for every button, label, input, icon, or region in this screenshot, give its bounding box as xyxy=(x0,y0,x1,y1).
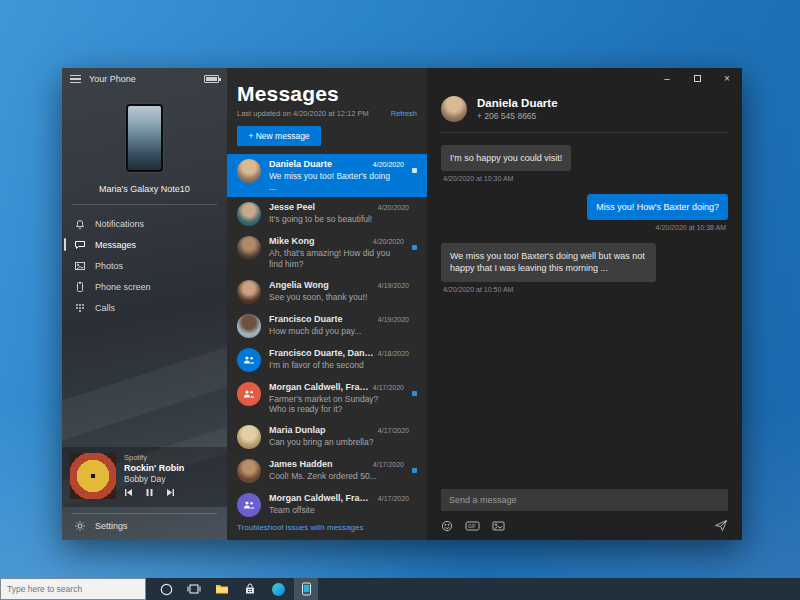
sidebar-item-label: Messages xyxy=(95,240,136,250)
conversation-name: Morgan Caldwell, Francisco ... xyxy=(269,493,374,503)
avatar xyxy=(237,159,261,183)
unread-indicator xyxy=(412,468,417,473)
previous-track-button[interactable] xyxy=(124,488,133,497)
conversation-item[interactable]: Morgan Caldwell, Francisco ... 4/17/2020… xyxy=(227,377,427,420)
people-icon xyxy=(243,500,255,510)
people-icon xyxy=(243,389,255,399)
troubleshoot-link[interactable]: Troubleshoot issues with messages xyxy=(227,519,427,540)
message-timestamp: 4/20/2020 at 10:50 AM xyxy=(443,286,513,293)
photo-icon xyxy=(74,260,86,272)
file-explorer-button[interactable] xyxy=(210,578,234,600)
conversation-name: Angelia Wong xyxy=(269,280,374,290)
conversation-preview: Ah, that's amazing! How did you find him… xyxy=(269,248,404,269)
unread-indicator xyxy=(412,391,417,396)
send-button[interactable] xyxy=(714,519,728,532)
unread-indicator xyxy=(412,245,417,250)
your-phone-window: Your Phone Maria's Galaxy Note10 Notific… xyxy=(62,68,742,540)
sidebar-item-label: Calls xyxy=(95,303,115,313)
sidebar-item-photos[interactable]: Photos xyxy=(62,255,227,276)
message-list: I'm so happy you could visit! 4/20/2020 … xyxy=(427,133,742,489)
gif-button[interactable]: GIF xyxy=(465,520,480,532)
conversation-name: James Hadden xyxy=(269,459,369,469)
edge-button[interactable] xyxy=(266,578,290,600)
microsoft-store-button[interactable] xyxy=(238,578,262,600)
conversation-item[interactable]: Daniela Duarte 4/20/2020 We miss you too… xyxy=(227,154,427,197)
avatar xyxy=(237,459,261,483)
player-artist: Bobby Day xyxy=(124,474,184,484)
contact-name: Daniela Duarte xyxy=(477,97,558,109)
image-attach-button[interactable] xyxy=(492,520,505,532)
window-titlebar-left: Your Phone xyxy=(62,68,227,90)
received-message: We miss you too! Baxter's doing well but… xyxy=(441,243,656,281)
sidebar-item-label: Phone screen xyxy=(95,282,151,292)
cortana-icon xyxy=(160,583,173,596)
conversation-name: Daniela Duarte xyxy=(269,159,369,169)
conversation-item[interactable]: Francisco Duarte 4/19/2020 How much did … xyxy=(227,309,427,343)
svg-text:GIF: GIF xyxy=(468,524,476,529)
sidebar-item-label: Notifications xyxy=(95,219,144,229)
conversation-list: Daniela Duarte 4/20/2020 We miss you too… xyxy=(227,154,427,519)
minimize-button[interactable]: – xyxy=(652,68,682,88)
conversation-item[interactable]: James Hadden 4/17/2020 Cool! Ms. Zenk or… xyxy=(227,454,427,488)
task-view-button[interactable] xyxy=(182,578,206,600)
pause-button[interactable] xyxy=(145,488,154,497)
conversation-date: 4/19/2020 xyxy=(378,316,409,323)
conversation-preview: How much did you pay... xyxy=(269,326,409,337)
sidebar-item-phone-screen[interactable]: Phone screen xyxy=(62,276,227,297)
conversation-name: Francisco Duarte xyxy=(269,314,374,324)
sidebar-item-calls[interactable]: Calls xyxy=(62,297,227,318)
window-controls: – × xyxy=(652,68,742,88)
phone-preview-wrap xyxy=(62,90,227,180)
sidebar-item-messages[interactable]: Messages xyxy=(62,234,227,255)
settings-label: Settings xyxy=(95,521,128,531)
conversation-preview: Farmer's market on Sunday? Who is ready … xyxy=(269,394,404,415)
new-message-button[interactable]: + New message xyxy=(237,126,321,146)
message-timestamp: 4/20/2020 at 10:30 AM xyxy=(443,175,513,182)
maximize-icon xyxy=(694,75,701,82)
device-name: Maria's Galaxy Note10 xyxy=(62,180,227,204)
conversations-panel: Messages Last updated on 4/20/2020 at 12… xyxy=(227,68,427,540)
your-phone-taskbar-button[interactable] xyxy=(294,578,318,600)
next-track-button[interactable] xyxy=(166,488,175,497)
conversation-preview: Can you bring an umbrella? xyxy=(269,437,409,448)
search-input[interactable] xyxy=(1,584,145,594)
conversation-preview: It's going to be so beautiful! xyxy=(269,214,409,225)
conversation-date: 4/20/2020 xyxy=(373,238,404,245)
conversation-item[interactable]: Mike Kong 4/20/2020 Ah, that's amazing! … xyxy=(227,231,427,274)
avatar xyxy=(237,425,261,449)
app-title: Your Phone xyxy=(89,74,196,84)
cortana-button[interactable] xyxy=(154,578,178,600)
desktop: Your Phone Maria's Galaxy Note10 Notific… xyxy=(0,0,800,600)
conversation-preview: Cool! Ms. Zenk ordered 50... xyxy=(269,471,404,482)
dialpad-icon xyxy=(74,302,86,314)
sidebar: Your Phone Maria's Galaxy Note10 Notific… xyxy=(62,68,227,540)
close-button[interactable]: × xyxy=(712,68,742,88)
conversation-item[interactable]: Francisco Duarte, Daniela ... 4/18/2020 … xyxy=(227,343,427,377)
avatar xyxy=(237,236,261,260)
album-art xyxy=(70,453,116,499)
conversation-item[interactable]: Maria Dunlap 4/17/2020 Can you bring an … xyxy=(227,420,427,454)
group-avatar xyxy=(237,348,261,372)
sidebar-item-notifications[interactable]: Notifications xyxy=(62,213,227,234)
conversation-preview: We miss you too! Baxter's doing ... xyxy=(269,171,404,192)
sidebar-nav: Notifications Messages Photos Phone scre… xyxy=(62,205,227,318)
hamburger-menu-icon[interactable] xyxy=(70,75,81,84)
maximize-button[interactable] xyxy=(682,68,712,88)
conversation-item[interactable]: Jesse Peel 4/20/2020 It's going to be so… xyxy=(227,197,427,231)
conversation-date: 4/17/2020 xyxy=(378,495,409,502)
conversation-item[interactable]: Morgan Caldwell, Francisco ... 4/17/2020… xyxy=(227,488,427,519)
conversation-preview: I'm in favor of the second xyxy=(269,360,409,371)
message-input[interactable] xyxy=(441,489,728,511)
emoji-button[interactable] xyxy=(441,520,453,532)
conversation-name: Jesse Peel xyxy=(269,202,374,212)
task-view-icon xyxy=(187,583,201,595)
conversation-item[interactable]: Angelia Wong 4/19/2020 See you soon, tha… xyxy=(227,275,427,309)
conversation-date: 4/20/2020 xyxy=(378,204,409,211)
refresh-link[interactable]: Refresh xyxy=(391,109,417,118)
conversation-name: Morgan Caldwell, Francisco ... xyxy=(269,382,369,392)
message-thread-panel: – × Daniela Duarte + 206 545 8665 I'm so… xyxy=(427,68,742,540)
contact-phone: + 206 545 8665 xyxy=(477,111,558,121)
sidebar-item-settings[interactable]: Settings xyxy=(62,514,227,540)
conversation-preview: See you soon, thank you!! xyxy=(269,292,409,303)
contact-avatar xyxy=(441,96,467,122)
